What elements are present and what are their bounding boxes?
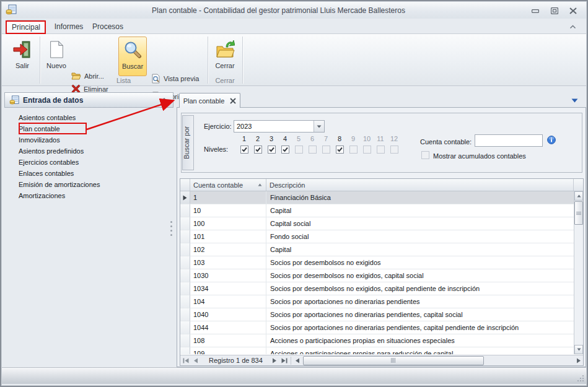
horizontal-scroll-thumb[interactable]: [303, 356, 484, 365]
resize-grip-icon[interactable]: [576, 374, 584, 382]
cell-cuenta-contable[interactable]: 102: [190, 243, 266, 256]
cell-cuenta-contable[interactable]: 1040: [190, 308, 266, 321]
nivel-checkbox-10[interactable]: [363, 146, 371, 154]
document-tab-plan-contable[interactable]: Plan contable: [179, 93, 240, 108]
vertical-scrollbar[interactable]: [574, 191, 583, 354]
hscroll-left-icon[interactable]: [293, 356, 302, 365]
salir-button[interactable]: Salir: [8, 37, 37, 76]
nivel-checkbox-5[interactable]: [295, 146, 303, 154]
cell-cuenta-contable[interactable]: 1044: [190, 321, 266, 334]
nivel-checkbox-1[interactable]: [240, 146, 248, 154]
splitter-handle[interactable]: [169, 221, 173, 241]
tab-informes[interactable]: Informes: [51, 20, 87, 33]
cell-descripcion[interactable]: Capital: [266, 204, 574, 217]
sidebar-item-ejercicios-contables[interactable]: Ejercicios contables: [4, 157, 173, 168]
nuevo-button[interactable]: Nuevo: [42, 37, 71, 76]
sidebar-item-asientos-predefinidos[interactable]: Asientos predefinidos: [4, 146, 173, 157]
cell-descripcion[interactable]: Socios por aportaciones no dinerarias pe…: [266, 321, 574, 334]
table-row[interactable]: 1Financiación Básica: [180, 191, 574, 204]
sidebar-item-inmovilizados[interactable]: Inmovilizados: [4, 134, 173, 146]
minimize-button[interactable]: [529, 6, 542, 15]
cell-descripcion[interactable]: Capital social: [266, 217, 574, 230]
cell-descripcion[interactable]: Socios por aportaciones no dinerarias pe…: [266, 295, 574, 308]
cell-cuenta-contable[interactable]: 108: [190, 334, 266, 347]
table-row[interactable]: 102Capital: [180, 243, 574, 256]
cell-descripcion[interactable]: Acciones o participaciones propias en si…: [266, 334, 574, 347]
ejercicio-combobox[interactable]: 2023: [234, 120, 325, 133]
buscar-button[interactable]: Buscar: [118, 37, 147, 76]
table-row[interactable]: 101Fondo social: [180, 230, 574, 243]
tab-list-dropdown-icon[interactable]: [571, 98, 578, 103]
cell-descripcion[interactable]: Acciones o participaciones propias para …: [266, 347, 574, 354]
search-panel-side-tab[interactable]: Buscar por: [182, 115, 194, 170]
cell-descripcion[interactable]: Socios por aportaciones no dinerarias pe…: [266, 308, 574, 321]
cell-cuenta-contable[interactable]: 10: [190, 204, 266, 217]
nav-first-record-icon[interactable]: [182, 356, 191, 365]
tab-procesos[interactable]: Procesos: [89, 20, 126, 33]
cell-descripcion[interactable]: Socios por desembolsos no exigidos, capi…: [266, 269, 574, 282]
sidebar-item-amortizaciones[interactable]: Amortizaciones: [4, 190, 173, 201]
table-row[interactable]: 103Socios por desembolsos no exigidos: [180, 256, 574, 269]
cell-descripcion[interactable]: Capital: [266, 243, 574, 256]
cell-cuenta-contable[interactable]: 100: [190, 217, 266, 230]
table-row[interactable]: 10Capital: [180, 204, 574, 217]
table-row[interactable]: 1040Socios por aportaciones no dineraria…: [180, 308, 574, 321]
nivel-checkbox-11[interactable]: [377, 146, 385, 154]
nivel-checkbox-4[interactable]: [281, 146, 289, 154]
cell-cuenta-contable[interactable]: 101: [190, 230, 266, 243]
nivel-checkbox-3[interactable]: [268, 146, 276, 154]
table-row[interactable]: 109Acciones o participaciones propias pa…: [180, 347, 574, 354]
sidebar-item-plan-contable[interactable]: Plan contable: [4, 123, 173, 134]
nivel-checkbox-6[interactable]: [309, 146, 317, 154]
sidebar-header[interactable]: Entrada de datos: [4, 92, 173, 108]
nav-next-record-icon[interactable]: [270, 356, 279, 365]
nav-last-record-icon[interactable]: [279, 356, 289, 365]
cell-descripcion[interactable]: Socios por desembolsos no exigidos: [266, 256, 574, 269]
chevron-up-icon[interactable]: [161, 97, 167, 102]
cell-cuenta-contable[interactable]: 1: [190, 191, 266, 204]
combo-dropdown-icon[interactable]: [314, 121, 324, 132]
scroll-down-icon[interactable]: [574, 345, 583, 354]
tab-principal[interactable]: Principal: [6, 20, 46, 33]
table-row[interactable]: 104Socios por aportaciones no dinerarias…: [180, 295, 574, 308]
hscroll-right-icon[interactable]: [574, 356, 583, 365]
cell-descripcion[interactable]: Financiación Básica: [266, 191, 574, 204]
mostrar-acumulados-label: Mostrar acumulados contables: [433, 152, 526, 160]
table-row[interactable]: 100Capital social: [180, 217, 574, 230]
cell-descripcion[interactable]: Fondo social: [266, 230, 574, 243]
cell-cuenta-contable[interactable]: 104: [190, 295, 266, 308]
close-icon[interactable]: [567, 6, 579, 15]
table-row[interactable]: 1030Socios por desembolsos no exigidos, …: [180, 269, 574, 282]
nivel-checkbox-7[interactable]: [322, 146, 330, 154]
info-icon[interactable]: [547, 136, 556, 144]
table-row[interactable]: 108Acciones o participaciones propias en…: [180, 334, 574, 347]
table-row[interactable]: 1034Socios por desembolsos no exigidos, …: [180, 282, 574, 295]
cell-cuenta-contable[interactable]: 109: [190, 347, 266, 354]
cell-cuenta-contable[interactable]: 103: [190, 256, 266, 269]
restore-button[interactable]: [548, 6, 561, 15]
ribbon-collapse-chevron-icon[interactable]: [568, 22, 577, 31]
sidebar-item-emisión-de-amortizaciones[interactable]: Emisión de amortizaciones: [4, 179, 173, 190]
vertical-scroll-thumb[interactable]: [574, 201, 583, 225]
nivel-checkbox-2[interactable]: [254, 146, 262, 154]
cell-cuenta-contable[interactable]: 1030: [190, 269, 266, 282]
sidebar-item-enlaces-contables[interactable]: Enlaces contables: [4, 168, 173, 179]
horizontal-scrollbar[interactable]: [302, 356, 573, 365]
cerrar-button[interactable]: Cerrar: [211, 37, 239, 76]
table-row[interactable]: 1044Socios por aportaciones no dineraria…: [180, 321, 574, 334]
nivel-12: 12: [387, 135, 401, 154]
cell-cuenta-contable[interactable]: 1034: [190, 282, 266, 295]
column-header-descripcion[interactable]: Descripción: [266, 179, 574, 191]
nivel-checkbox-9[interactable]: [349, 146, 358, 154]
nav-previous-record-icon[interactable]: [191, 356, 200, 365]
tab-close-icon[interactable]: [230, 98, 236, 104]
cell-descripcion[interactable]: Socios por desembolsos no exigidos, capi…: [266, 282, 574, 295]
nivel-checkbox-8[interactable]: [336, 146, 344, 154]
nivel-checkbox-12[interactable]: [390, 146, 398, 154]
sort-ascending-icon: [258, 183, 262, 186]
column-header-cuenta-contable[interactable]: Cuenta contable: [190, 179, 266, 191]
mostrar-acumulados-checkbox[interactable]: [421, 151, 429, 159]
sidebar-item-asientos-contables[interactable]: Asientos contables: [4, 112, 173, 123]
scroll-up-icon[interactable]: [574, 191, 583, 201]
cuenta-contable-input[interactable]: [475, 134, 543, 147]
